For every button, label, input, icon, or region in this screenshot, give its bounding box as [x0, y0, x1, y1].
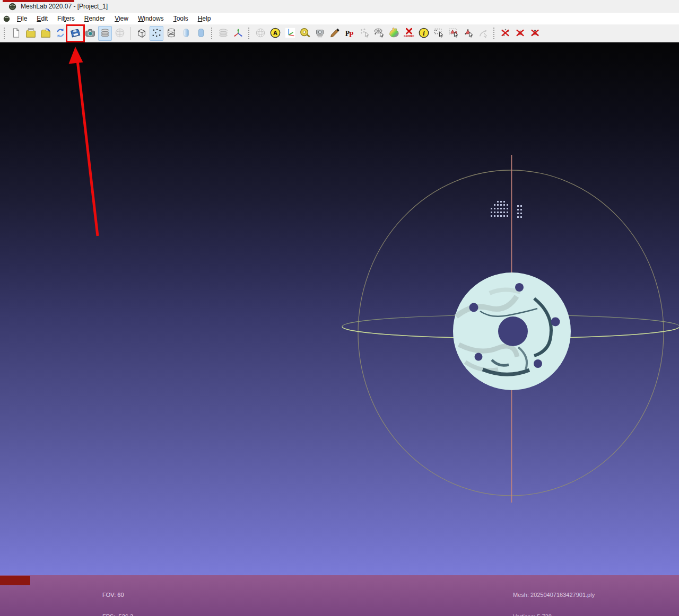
new-document-icon: [10, 27, 22, 40]
3d-viewport[interactable]: FOV: 60 FPS: 526.3 BO_RENDERING Mesh: 20…: [0, 42, 679, 616]
menu-bar: File Edit Filters Render View Windows To…: [0, 13, 679, 25]
paint-brush-icon: [329, 27, 341, 40]
move-arrow-icon: [477, 27, 489, 40]
delete-vertices-button[interactable]: [499, 26, 512, 41]
toolbar-grip-handle[interactable]: [248, 28, 250, 39]
toolbar-grip-handle[interactable]: [211, 28, 213, 39]
point-picking-button[interactable]: [358, 26, 371, 41]
light-a-icon: A: [269, 27, 281, 40]
hud-fov: FOV: 60: [102, 592, 149, 599]
menu-view[interactable]: View: [110, 13, 133, 24]
quality-mapper-button[interactable]: [387, 26, 401, 41]
flat-shading-button[interactable]: [194, 26, 208, 41]
smooth-shading-button[interactable]: [179, 26, 193, 41]
hud-left-block: FOV: 60 FPS: 526.3 BO_RENDERING: [102, 577, 149, 616]
mesh-info-button[interactable]: i: [417, 26, 431, 41]
flat-cylinder-icon: [195, 27, 207, 40]
layers-stack-icon: [99, 27, 111, 40]
mesh-object-disc[interactable]: [453, 272, 571, 390]
delete-faces-icon: [515, 27, 526, 40]
raster-align-button[interactable]: [313, 26, 327, 41]
import-mesh-button[interactable]: [39, 26, 53, 41]
smooth-cylinder-icon: [180, 27, 192, 40]
mdi-child-icon: [3, 15, 10, 22]
snapshot-button[interactable]: [83, 26, 97, 41]
menu-filters[interactable]: Filters: [53, 13, 80, 24]
delete-faces-vertices-icon: [529, 27, 541, 40]
meshlab-logo-icon: [8, 3, 16, 11]
new-project-button[interactable]: [9, 26, 23, 41]
svg-text:GEOREF: GEOREF: [404, 35, 414, 38]
hud-right-block: Mesh: 20250407163427901.ply Vertices: 5,…: [513, 577, 595, 616]
light-toggle-button[interactable]: A: [268, 26, 282, 41]
wireframe-cylinder-icon: [166, 27, 177, 40]
open-project-folder-icon: [25, 27, 37, 40]
import-mesh-folder-icon: [40, 27, 51, 40]
menu-help[interactable]: Help: [193, 13, 216, 24]
hud-strip: FOV: 60 FPS: 526.3 BO_RENDERING Mesh: 20…: [0, 575, 679, 616]
points-icon: [151, 27, 162, 40]
menu-render[interactable]: Render: [80, 13, 110, 24]
bounding-box-icon: [136, 27, 147, 40]
pick-points-button[interactable]: PP: [343, 26, 356, 41]
hud-fps: FPS: 526.3: [102, 613, 149, 616]
draw-points-button[interactable]: [150, 26, 163, 41]
hud-mesh-name: Mesh: 20250407163427901.ply: [513, 592, 595, 599]
main-toolbar: APPGEOREFi: [0, 25, 679, 42]
toolbar-separator: [130, 27, 131, 40]
show-axes-button[interactable]: [231, 26, 245, 41]
save-project-button[interactable]: [68, 26, 82, 41]
mesh-pick-cursor-icon: [373, 27, 385, 40]
open-project-button[interactable]: [24, 26, 38, 41]
svg-text:A: A: [273, 30, 277, 36]
camera-icon: [84, 27, 96, 40]
title-bar: MeshLab 2020.07 - [Project_1]: [0, 0, 679, 13]
point-pick-cursor-icon: [359, 27, 370, 40]
info-icon: i: [418, 27, 430, 40]
show-layer-dialog-button[interactable]: [98, 26, 112, 41]
draw-bbox-button[interactable]: [135, 26, 149, 41]
toolbar-grip-handle[interactable]: [493, 28, 495, 39]
select-vertices-icon: [463, 27, 474, 40]
rainbow-bunny-icon: [388, 27, 400, 40]
delete-faces-vertices-button[interactable]: [528, 26, 542, 41]
select-rectangle-icon: [433, 27, 445, 40]
ortho-view-button[interactable]: [283, 26, 297, 41]
svg-text:P: P: [349, 30, 354, 38]
trackball-button[interactable]: [254, 26, 267, 41]
xyz-axes-icon: [232, 27, 244, 40]
gray-layers-icon: [217, 27, 229, 40]
point-cluster: [491, 201, 522, 218]
scene-canvas: [0, 42, 679, 616]
measure-tool-button[interactable]: [298, 26, 312, 41]
georef-icon: GEOREF: [403, 27, 415, 40]
tape-measure-icon: [299, 27, 311, 40]
menu-windows[interactable]: Windows: [133, 13, 169, 24]
reload-icon: [55, 27, 66, 40]
pp-letters-icon: PP: [344, 27, 355, 40]
show-raster-button[interactable]: [113, 26, 127, 41]
window-title: MeshLab 2020.07 - [Project_1]: [21, 3, 108, 10]
floppy-disk-icon: [69, 27, 81, 40]
hud-vertices: Vertices: 5,738: [513, 613, 595, 616]
draw-wireframe-button[interactable]: [164, 26, 178, 41]
paint-tool-button[interactable]: [328, 26, 342, 41]
toolbar-grip-handle[interactable]: [4, 28, 6, 39]
georef-button[interactable]: GEOREF: [402, 26, 416, 41]
raster-camera-icon: [314, 27, 326, 40]
layer-stack-button[interactable]: [216, 26, 230, 41]
select-rectangle-button[interactable]: [432, 26, 446, 41]
select-faces-icon: [448, 27, 459, 40]
menu-edit[interactable]: Edit: [32, 13, 53, 24]
delete-faces-button[interactable]: [513, 26, 527, 41]
menu-tools[interactable]: Tools: [169, 13, 193, 24]
reload-mesh-button[interactable]: [54, 26, 67, 41]
corner-axes-icon: [284, 27, 296, 40]
select-faces-button[interactable]: [447, 26, 460, 41]
mesh-picking-button[interactable]: [372, 26, 386, 41]
globe-icon: [114, 27, 126, 40]
menu-file[interactable]: File: [12, 13, 32, 24]
move-selection-button[interactable]: [476, 26, 490, 41]
delete-vertices-icon: [500, 27, 511, 40]
select-vertices-button[interactable]: [462, 26, 475, 41]
